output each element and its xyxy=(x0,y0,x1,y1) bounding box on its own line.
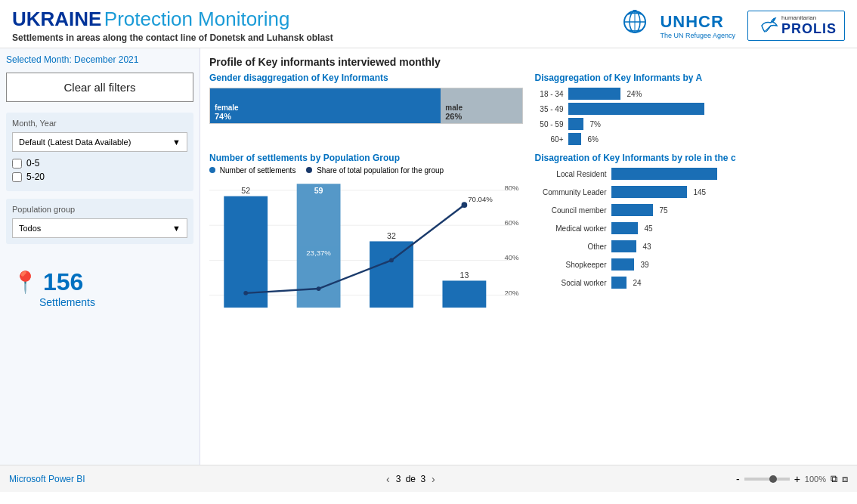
role-label: Council member xyxy=(535,206,607,215)
unhcr-sub: The UN Refugee Agency xyxy=(660,32,735,39)
sidebar: Selected Month: December 2021 Clear all … xyxy=(0,48,200,465)
role-bar xyxy=(611,258,634,271)
checkbox-0-5-row: 0-5 xyxy=(12,158,187,169)
page-text: 3 de 3 xyxy=(396,474,425,484)
svg-point-24 xyxy=(243,291,248,295)
zoom-thumb xyxy=(769,475,777,483)
gender-chart-panel: Gender disaggregation of Key Informants … xyxy=(209,73,523,148)
role-label: Shopkeeper xyxy=(535,261,607,269)
svg-point-27 xyxy=(462,202,468,208)
unhcr-text: UNHCR The UN Refugee Agency xyxy=(660,12,735,39)
pagination: ‹ 3 de 3 › xyxy=(386,473,435,485)
month-filter-select[interactable]: Default (Latest Data Available) ▼ xyxy=(12,132,187,152)
role-bar xyxy=(611,168,717,180)
zoom-level: 100% xyxy=(805,475,826,484)
settlements-count-row: 📍 156 xyxy=(12,268,187,296)
role-row: Social worker24 xyxy=(535,277,849,289)
month-filter-label: Month, Year xyxy=(12,119,187,128)
role-value: 43 xyxy=(643,243,651,251)
gender-female-bar: female 74% xyxy=(210,88,441,123)
settlements-number: 156 xyxy=(43,268,83,296)
checkbox-0-5-label: 0-5 xyxy=(26,158,39,169)
age-row: 35 - 49 xyxy=(535,103,849,115)
role-label: Medical worker xyxy=(535,224,607,233)
checkbox-group: 0-5 5-20 xyxy=(12,158,187,182)
prolis-logo: humanitarian PROLIS xyxy=(747,11,845,41)
bottom-bar: Microsoft Power BI ‹ 3 de 3 › - + 100% ⧉… xyxy=(0,465,857,492)
title-subtitle: Settlements in areas along the contact l… xyxy=(12,32,333,43)
unhcr-logo: UNHCR The UN Refugee Agency xyxy=(616,10,735,42)
svg-text:23,37%: 23,37% xyxy=(306,249,331,257)
next-page-button[interactable]: › xyxy=(432,473,435,485)
role-value: 145 xyxy=(694,188,707,196)
svg-text:59: 59 xyxy=(314,186,323,195)
age-bar xyxy=(568,103,704,115)
role-row: Community Leader145 xyxy=(535,186,849,198)
svg-text:52: 52 xyxy=(241,186,250,195)
legend-settlements: Number of settlements xyxy=(209,166,295,175)
role-label: Community Leader xyxy=(535,188,607,196)
role-chart: Local ResidentCommunity Leader145Council… xyxy=(535,168,849,291)
age-label: 60+ xyxy=(535,135,564,144)
prev-page-button[interactable]: ‹ xyxy=(386,473,390,485)
checkbox-5-20[interactable] xyxy=(12,172,22,182)
expand-button[interactable]: ⧈ xyxy=(842,473,848,485)
zoom-controls: - + 100% ⧉ ⧈ xyxy=(736,473,848,485)
role-bar xyxy=(611,186,687,198)
age-label: 18 - 34 xyxy=(535,90,564,98)
role-row: Medical worker45 xyxy=(535,222,849,234)
top-charts-row: Gender disaggregation of Key Informants … xyxy=(209,73,848,148)
svg-rect-20 xyxy=(370,241,413,308)
unhcr-name: UNHCR xyxy=(660,12,735,32)
age-bar xyxy=(568,118,583,130)
main-title: UKRAINE Protection Monitoring xyxy=(12,8,333,31)
header-title: UKRAINE Protection Monitoring Settlement… xyxy=(12,8,333,43)
role-value: 39 xyxy=(641,261,649,269)
page-total: 3 xyxy=(420,474,425,484)
role-value: 75 xyxy=(660,206,668,215)
gender-male-label: male xyxy=(445,104,517,112)
checkbox-5-20-row: 5-20 xyxy=(12,172,187,182)
svg-text:70.04%: 70.04% xyxy=(468,195,493,203)
fullscreen-button[interactable]: ⧉ xyxy=(831,473,837,485)
role-row: Other43 xyxy=(535,240,849,252)
population-group-select[interactable]: Todos ▼ xyxy=(12,218,187,238)
population-chevron-icon: ▼ xyxy=(172,224,181,233)
month-select-value: Default (Latest Data Available) xyxy=(19,138,131,147)
powerbi-link[interactable]: Microsoft Power BI xyxy=(9,474,85,484)
settlements-chart-panel: Number of settlements by Population Grou… xyxy=(209,153,523,457)
page-current: 3 xyxy=(396,474,401,484)
legend-share-label: Share of total population for the group xyxy=(317,166,444,175)
population-group-section: Population group Todos ▼ xyxy=(6,199,193,244)
zoom-slider[interactable] xyxy=(744,478,790,481)
settlements-chart-title: Number of settlements by Population Grou… xyxy=(209,153,523,163)
page-sep: de xyxy=(406,474,416,484)
legend-share-dot xyxy=(306,167,312,173)
settlements-svg: 80% 60% 40% 20% 52 xyxy=(209,178,523,321)
role-value: 45 xyxy=(645,224,653,233)
gender-female-pct: 74% xyxy=(215,112,436,121)
settlements-count-box: 📍 156 Settlements xyxy=(6,262,193,314)
role-label: Other xyxy=(535,243,607,251)
gender-chart-title: Gender disaggregation of Key Informants xyxy=(209,73,523,83)
settlements-bar-chart: 80% 60% 40% 20% 52 xyxy=(209,178,523,321)
role-label: Social worker xyxy=(535,279,607,287)
svg-rect-22 xyxy=(442,280,486,308)
svg-point-5 xyxy=(772,18,775,20)
age-bar xyxy=(568,133,581,145)
age-chart-panel: Disaggregation of Key Informants by A 18… xyxy=(535,73,849,148)
zoom-out-button[interactable]: - xyxy=(736,473,740,485)
clear-filters-button[interactable]: Clear all filters xyxy=(6,73,193,102)
role-label: Local Resident xyxy=(535,170,607,178)
legend-share: Share of total population for the group xyxy=(306,166,444,175)
age-row: 50 - 597% xyxy=(535,118,849,130)
svg-point-25 xyxy=(317,286,321,291)
unhcr-icon xyxy=(616,10,654,42)
checkbox-0-5[interactable] xyxy=(12,159,22,169)
zoom-in-button[interactable]: + xyxy=(794,473,800,485)
profile-title: Profile of Key informants interviewed mo… xyxy=(209,56,848,68)
role-chart-title: Disagreation of Key Informants by role i… xyxy=(535,153,849,163)
month-chevron-icon: ▼ xyxy=(172,138,181,147)
svg-text:32: 32 xyxy=(387,231,396,240)
chart-legend: Number of settlements Share of total pop… xyxy=(209,166,523,175)
